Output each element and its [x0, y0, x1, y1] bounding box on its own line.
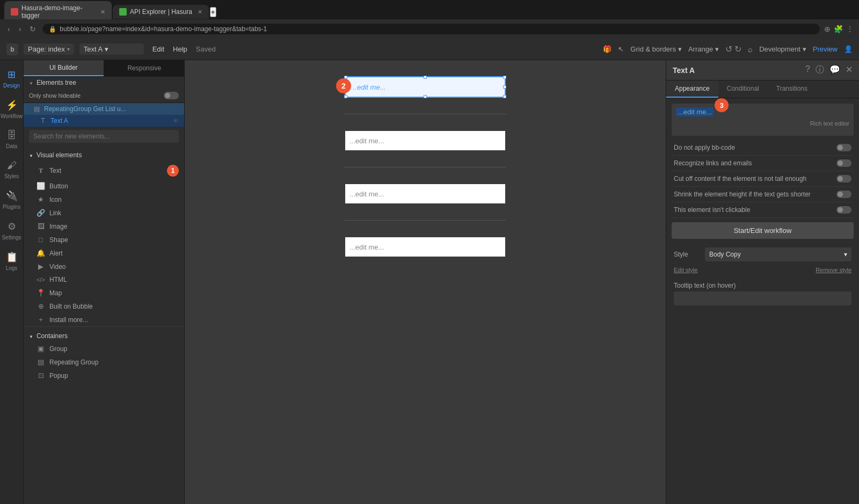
resize-handle-bm[interactable]	[424, 95, 427, 98]
search-button[interactable]: ⌕	[748, 45, 753, 54]
resize-handle-tr[interactable]	[503, 76, 506, 79]
elem-video[interactable]: ▶ Video	[24, 260, 184, 273]
tooltip-input[interactable]	[674, 291, 851, 305]
links-emails-toggle[interactable]	[836, 159, 851, 167]
sidebar-item-data[interactable]: 🗄 Data	[1, 126, 23, 154]
refresh-button[interactable]: ↻	[27, 24, 38, 34]
browser-tab-2[interactable]: API Explorer | Hasura ✕	[113, 5, 209, 19]
preview-button[interactable]: Preview	[813, 45, 838, 53]
bb-code-toggle[interactable]	[836, 144, 851, 151]
rich-text-editor-link[interactable]: Rich text editor	[810, 120, 849, 127]
button-elem-label: Button	[49, 182, 68, 190]
tree-item-repeating-group[interactable]: ▤ RepeatingGroup Get List u...	[24, 103, 184, 115]
resize-handle-bl[interactable]	[344, 95, 347, 98]
help-button[interactable]: Help	[173, 45, 187, 53]
elem-group[interactable]: ▣ Group	[24, 342, 184, 355]
elem-text[interactable]: T Text 1	[24, 162, 184, 179]
tab-ui-builder[interactable]: UI Builder	[24, 60, 104, 76]
element-selector[interactable]: Text A ▾	[79, 43, 144, 55]
tab-conditional[interactable]: Conditional	[718, 81, 768, 98]
elem-map[interactable]: 📍 Map	[24, 286, 184, 300]
back-button[interactable]: ‹	[5, 24, 12, 34]
tab-close-2[interactable]: ✕	[198, 9, 202, 16]
containers-label: Containers	[37, 332, 68, 340]
canvas-element-2[interactable]: ...edit me...	[345, 130, 506, 151]
canvas-element-1[interactable]: …edit me...	[345, 76, 506, 98]
url-bar[interactable]: 🔒 bubble.io/page?name=index&id=hasura-de…	[42, 24, 820, 34]
sidebar-item-styles[interactable]: 🖌 Styles	[1, 156, 23, 184]
dev-chevron-icon: ▾	[803, 45, 806, 53]
new-tab-button[interactable]: +	[210, 7, 216, 17]
close-panel-icon[interactable]: ✕	[846, 64, 853, 76]
elem-html[interactable]: </> HTML	[24, 273, 184, 286]
redo-button[interactable]: ↻	[734, 44, 741, 54]
saved-status: Saved	[196, 45, 216, 53]
app-logo: b	[6, 43, 18, 55]
cut-off-toggle[interactable]	[836, 175, 851, 182]
visual-elements-section: Visual elements	[24, 146, 184, 162]
elem-alert[interactable]: 🔔 Alert	[24, 246, 184, 260]
resize-handle-tm[interactable]	[424, 76, 427, 79]
containers-header[interactable]: Containers	[24, 330, 184, 342]
edit-style-link[interactable]: Edit style	[674, 267, 698, 273]
url-text: bubble.io/page?name=index&id=hasura-demo…	[60, 25, 813, 33]
tab-transitions[interactable]: Transitions	[768, 81, 816, 98]
arrange-button[interactable]: Arrange ▾	[688, 45, 719, 53]
sidebar-item-plugins[interactable]: 🔌 Plugins	[1, 186, 23, 214]
shrink-toggle[interactable]	[836, 191, 851, 198]
tab-title-1: Hasura-demo-image-tagger	[21, 4, 95, 19]
links-emails-label: Recognize links and emails	[674, 159, 752, 167]
text-elem-label: Text	[49, 167, 61, 174]
install-more-icon: +	[37, 316, 45, 324]
tree-item-text-a[interactable]: T Text A 👁	[24, 115, 184, 127]
resize-handle-mr[interactable]	[503, 85, 506, 89]
properties-content: ...edit me... Rich text editor 3 4	[666, 98, 859, 504]
badge-3: 3	[715, 98, 729, 112]
styles-icon: 🖌	[7, 160, 17, 171]
canvas-element-4[interactable]: ...edit me...	[345, 237, 506, 257]
style-select[interactable]: Body Copy ▾	[705, 247, 851, 261]
visual-elements-header[interactable]: Visual elements	[29, 149, 179, 161]
elem-link[interactable]: 🔗 Link	[24, 206, 184, 220]
arrange-label: Arrange	[688, 45, 713, 53]
elem-image[interactable]: 🖼 Image	[24, 220, 184, 233]
workflow-button[interactable]: Start/Edit workflow	[672, 222, 854, 239]
edit-button[interactable]: Edit	[152, 45, 164, 53]
elem-install-more[interactable]: + Install more...	[24, 313, 184, 326]
sidebar-item-workflow[interactable]: ⚡ Workflow	[1, 95, 23, 123]
forward-button[interactable]: ›	[17, 24, 24, 34]
browser-nav: ‹ › ↻ 🔒 bubble.io/page?name=index&id=has…	[0, 19, 859, 39]
sidebar-item-design[interactable]: ⊞ Design	[1, 64, 23, 93]
elem-icon[interactable]: ★ Icon	[24, 193, 184, 206]
elem-built-on-bubble[interactable]: ⊕ Built on Bubble	[24, 300, 184, 313]
info-icon[interactable]: ⓘ	[816, 64, 824, 76]
not-clickable-toggle[interactable]	[836, 206, 851, 214]
sidebar-item-settings[interactable]: ⚙ Settings	[1, 216, 23, 245]
workflow-icon: ⚡	[6, 99, 18, 111]
comment-icon[interactable]: 💬	[829, 64, 840, 76]
element-search-input[interactable]	[29, 130, 179, 143]
settings-label: Settings	[2, 235, 21, 240]
elem-shape[interactable]: □ Shape	[24, 233, 184, 246]
undo-button[interactable]: ↺	[725, 44, 732, 54]
elem-popup[interactable]: ⊡ Popup	[24, 369, 184, 382]
tab-appearance[interactable]: Appearance	[666, 81, 718, 98]
elements-tree-header[interactable]: Elements tree	[24, 77, 184, 89]
sidebar-item-logs[interactable]: 📋 Logs	[1, 247, 23, 275]
tab-close-1[interactable]: ✕	[100, 9, 105, 16]
elem-button[interactable]: ⬜ Button	[24, 179, 184, 193]
tab-responsive[interactable]: Responsive	[105, 60, 185, 76]
text-editor-area[interactable]: ...edit me... Rich text editor	[672, 104, 854, 136]
grid-borders-button[interactable]: Grid & borders ▾	[630, 45, 682, 53]
plugins-label: Plugins	[3, 204, 20, 210]
page-selector[interactable]: Page: index ▾	[24, 43, 74, 55]
only-hideable-toggle[interactable]	[164, 92, 179, 99]
help-circle-icon[interactable]: ?	[805, 64, 810, 76]
resize-handle-br[interactable]	[503, 95, 506, 98]
elem-repeating-group[interactable]: ▤ Repeating Group	[24, 355, 184, 369]
development-button[interactable]: Development ▾	[759, 45, 806, 53]
image-elem-label: Image	[49, 223, 67, 230]
remove-style-link[interactable]: Remove style	[816, 267, 851, 273]
canvas-element-3[interactable]: ...edit me...	[345, 184, 506, 204]
repeating-group-label: RepeatingGroup Get List u...	[44, 105, 126, 113]
